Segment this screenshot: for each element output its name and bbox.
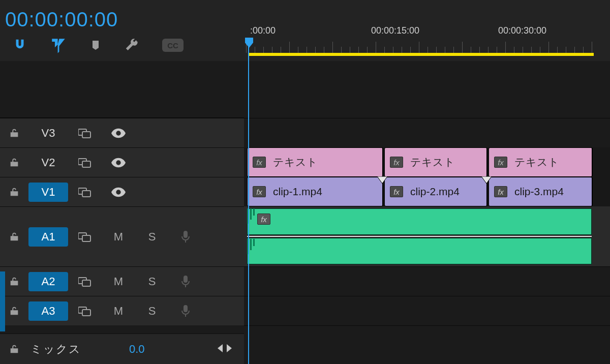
lane-a1[interactable]: fx	[244, 206, 610, 266]
svg-rect-25	[253, 239, 255, 246]
work-area-bar[interactable]	[248, 53, 594, 56]
svg-text:CC: CC	[167, 41, 178, 50]
lock-icon[interactable]	[0, 148, 28, 177]
track-header-v2[interactable]: V2	[0, 147, 244, 177]
svg-rect-3	[82, 132, 90, 138]
lock-icon[interactable]	[0, 118, 28, 147]
eye-icon[interactable]	[102, 177, 135, 206]
solo-button[interactable]: S	[135, 207, 169, 266]
fx-badge[interactable]: fx	[494, 157, 507, 168]
mix-row[interactable]: ミックス 0.0	[0, 333, 244, 364]
playhead-head-icon[interactable]	[244, 38, 254, 51]
lane-v2[interactable]: fxテキストfxテキストfxテキスト	[244, 147, 610, 177]
lock-icon[interactable]	[0, 177, 28, 206]
track-label[interactable]: V3	[28, 124, 68, 143]
svg-rect-24	[250, 239, 252, 250]
text-clip[interactable]: fxテキスト	[489, 147, 593, 177]
svg-rect-17	[82, 310, 90, 316]
eye-icon[interactable]	[102, 118, 135, 147]
svg-rect-14	[184, 276, 188, 283]
lane-a2[interactable]	[244, 266, 610, 296]
lock-icon[interactable]	[0, 207, 28, 266]
timeline-toolbar: CC	[12, 37, 184, 54]
ruler-label: 00:00:30:00	[498, 25, 546, 36]
timeline-header: 00:00:00:00 CC	[0, 0, 244, 61]
sync-lock-icon[interactable]	[68, 267, 102, 296]
svg-rect-21	[250, 208, 252, 220]
track-header-v1[interactable]: V1	[0, 177, 244, 206]
mic-icon[interactable]	[169, 207, 202, 266]
mute-button[interactable]: M	[102, 207, 135, 266]
sync-lock-icon[interactable]	[68, 207, 102, 266]
fx-badge[interactable]: fx	[494, 186, 507, 197]
svg-rect-22	[253, 208, 255, 216]
clip-label: テキスト	[514, 155, 559, 169]
timeline-clip-area[interactable]: fxテキストfxテキストfxテキスト fxclip-1.mp4fxclip-2.…	[244, 61, 610, 364]
video-clip[interactable]: fxclip-1.mp4	[247, 177, 383, 206]
ruler-label: 00:00:15:00	[371, 25, 419, 36]
fx-badge[interactable]: fx	[253, 186, 266, 197]
linked-selection-icon[interactable]	[50, 37, 67, 54]
playhead-line[interactable]	[248, 40, 249, 364]
sync-lock-icon[interactable]	[68, 148, 102, 177]
sync-lock-icon[interactable]	[68, 177, 102, 206]
svg-rect-15	[185, 285, 186, 287]
track-header-v3[interactable]: V3	[0, 118, 244, 147]
video-clip[interactable]: fxclip-3.mp4	[489, 177, 593, 206]
svg-rect-7	[82, 191, 90, 197]
ruler-label: :00:00	[250, 25, 276, 36]
clip-label: clip-1.mp4	[273, 186, 322, 198]
track-header-a1[interactable]: A1 M S	[0, 206, 244, 266]
eye-icon[interactable]	[102, 148, 135, 177]
track-label[interactable]: A1	[28, 227, 68, 247]
fx-badge[interactable]: fx	[390, 186, 403, 197]
svg-rect-19	[185, 314, 186, 317]
snap-icon[interactable]	[12, 38, 27, 53]
clip-label: テキスト	[273, 155, 318, 169]
mix-label: ミックス	[30, 342, 81, 357]
svg-rect-18	[184, 305, 188, 312]
track-label[interactable]: A2	[28, 272, 68, 291]
text-clip[interactable]: fxテキスト	[247, 147, 383, 177]
mic-icon[interactable]	[169, 296, 202, 325]
svg-rect-9	[82, 235, 90, 241]
text-clip[interactable]: fxテキスト	[384, 147, 487, 177]
track-header-panel: V3 V2 V1 A1 M S A2 M S A3 M	[0, 61, 244, 364]
clip-label: テキスト	[410, 155, 455, 169]
lane-v3[interactable]	[244, 118, 610, 147]
sync-lock-icon[interactable]	[68, 118, 102, 147]
mute-button[interactable]: M	[102, 267, 135, 296]
track-label[interactable]: A3	[28, 301, 68, 321]
solo-button[interactable]: S	[135, 267, 169, 296]
marker-icon[interactable]	[89, 39, 102, 51]
fx-badge[interactable]: fx	[253, 157, 266, 168]
mute-button[interactable]: M	[102, 296, 135, 325]
lane-v1[interactable]: fxclip-1.mp4fxclip-2.mp4fxclip-3.mp4	[244, 177, 610, 206]
track-header-a2[interactable]: A2 M S	[0, 266, 244, 296]
svg-rect-10	[184, 231, 188, 238]
a1-selection-marker	[0, 271, 5, 331]
fx-badge[interactable]: fx	[390, 157, 403, 168]
lane-a3[interactable]	[244, 296, 610, 325]
svg-rect-11	[185, 240, 186, 242]
sync-lock-icon[interactable]	[68, 296, 102, 325]
svg-rect-13	[82, 280, 90, 286]
wrench-icon[interactable]	[124, 38, 139, 53]
track-label[interactable]: V2	[28, 153, 68, 172]
video-clip[interactable]: fxclip-2.mp4	[384, 177, 487, 206]
timeline-ruler[interactable]: :00:00 00:00:15:00 00:00:30:00	[244, 0, 610, 61]
lock-icon[interactable]	[0, 334, 28, 364]
current-timecode[interactable]: 00:00:00:00	[5, 8, 118, 31]
svg-rect-5	[82, 161, 90, 167]
solo-button[interactable]: S	[135, 296, 169, 325]
mix-value[interactable]: 0.0	[129, 343, 145, 356]
track-header-a3[interactable]: A3 M S	[0, 296, 244, 325]
captions-icon[interactable]: CC	[162, 38, 184, 52]
clip-label: clip-2.mp4	[410, 186, 460, 198]
clip-label: clip-3.mp4	[514, 186, 564, 198]
track-label[interactable]: V1	[28, 183, 68, 202]
mic-icon[interactable]	[169, 267, 202, 296]
mix-expand-icon[interactable]	[218, 343, 232, 355]
